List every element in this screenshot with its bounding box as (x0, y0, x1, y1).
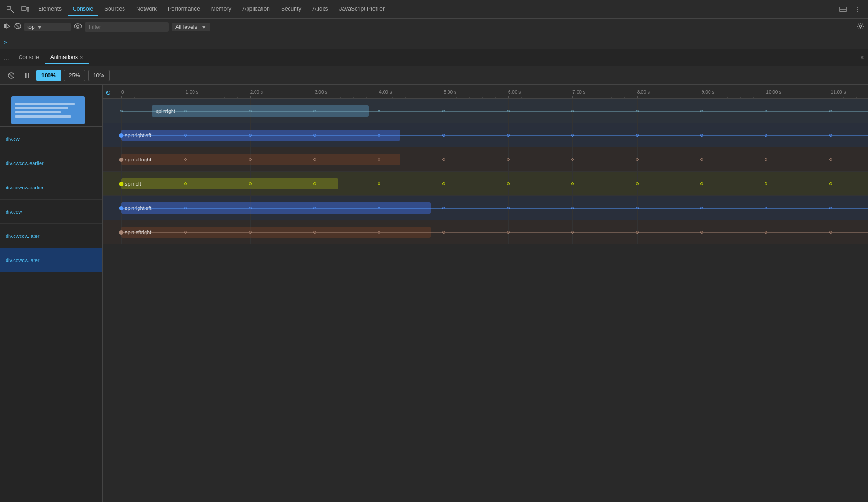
inspect-element-icon[interactable] (4, 3, 17, 16)
ruler-minor-tick (134, 97, 135, 98)
pause-animations-btn[interactable] (21, 69, 34, 82)
anim-label-text: div.ccwcw.earlier (6, 185, 44, 190)
playhead-icon[interactable]: ↻ (105, 89, 111, 97)
anim-dot (442, 182, 445, 185)
ruler-minor-tick (805, 97, 805, 98)
ruler-minor-tick (560, 97, 560, 98)
anim-dot (507, 182, 510, 185)
ruler-minor-tick (482, 97, 483, 98)
speed-100-btn[interactable]: 100% (36, 70, 61, 81)
svg-rect-2 (21, 7, 26, 10)
create-livesession-icon[interactable] (4, 22, 11, 31)
levels-value: All levels (175, 24, 197, 30)
anim-dot (700, 182, 703, 185)
anim-dot (378, 207, 380, 209)
close-animations-tab[interactable]: × (80, 55, 83, 60)
svg-point-12 (860, 25, 862, 28)
ruler-tick-2: 2.00 s (250, 90, 263, 98)
anim-dot (829, 134, 832, 137)
ruler-minor-tick (212, 97, 212, 98)
tab-memory[interactable]: Memory (207, 3, 236, 16)
anim-dot (442, 134, 445, 137)
svg-line-9 (15, 24, 20, 28)
device-toolbar-icon[interactable] (19, 3, 32, 16)
close-drawer-btn[interactable]: × (860, 54, 864, 62)
ruler-minor-tick (237, 97, 238, 98)
ruler-minor-tick (586, 97, 586, 98)
anim-dot (184, 231, 187, 234)
svg-point-10 (74, 24, 82, 28)
track-line-1 (121, 135, 868, 136)
filter-input[interactable] (85, 22, 169, 32)
tab-performance[interactable]: Performance (163, 3, 205, 16)
anim-dot (636, 231, 639, 234)
anim-dot (442, 207, 445, 209)
speed-10-btn[interactable]: 10% (88, 70, 110, 81)
settings-icon[interactable] (857, 22, 864, 31)
tab-js-profiler[interactable]: JavaScript Profiler (335, 3, 389, 16)
tab-network[interactable]: Network (131, 3, 161, 16)
eye-icon[interactable] (74, 23, 82, 30)
anim-left-panel: div.cwdiv.cwccw.earlierdiv.ccwcw.earlier… (0, 85, 103, 502)
levels-dropdown-icon: ▼ (201, 24, 207, 30)
anim-dot (829, 207, 832, 209)
anim-dot (184, 182, 187, 185)
anim-track-row-2: spinleftright (103, 147, 868, 172)
clear-animations-btn[interactable] (5, 69, 18, 82)
anim-dot (249, 231, 252, 234)
anim-dot (829, 182, 832, 185)
more-panels-btn[interactable]: ... (4, 54, 9, 62)
anim-label-5: div.ccwcw.later (0, 248, 102, 272)
levels-selector[interactable]: All levels ▼ (172, 23, 210, 31)
anim-dot (442, 110, 445, 112)
anim-dot (636, 182, 639, 185)
tab-console[interactable]: Console (68, 3, 98, 16)
tab-sources[interactable]: Sources (100, 3, 130, 16)
ruler-minor-tick (199, 97, 199, 98)
ruler-minor-tick (624, 97, 625, 98)
ruler-tick-9: 9.00 s (702, 90, 714, 98)
ruler-minor-tick (753, 97, 754, 98)
anim-dot (636, 110, 639, 112)
anim-track-row-4: spinrightleft (103, 196, 868, 220)
tab-elements[interactable]: Elements (34, 3, 66, 16)
more-options-icon[interactable]: ⋮ (851, 3, 864, 16)
anim-dot (571, 134, 574, 137)
anim-dot (313, 182, 316, 185)
anim-dot (184, 158, 187, 161)
track-line-0 (121, 111, 868, 112)
anim-dot (119, 206, 124, 210)
preview-line-3 (15, 111, 61, 113)
svg-rect-4 (840, 7, 846, 12)
anim-body: div.cwdiv.cwccw.earlierdiv.ccwcw.earlier… (0, 85, 868, 502)
ruler-minor-tick (405, 97, 406, 98)
ruler-tick-5: 5.00 s (444, 90, 456, 98)
context-selector[interactable]: top ▼ (24, 23, 71, 31)
speed-25-btn[interactable]: 25% (64, 70, 85, 81)
ruler-tick-3: 3.00 s (315, 90, 327, 98)
ruler-minor-tick (366, 97, 367, 98)
ruler-tick-8: 8.00 s (637, 90, 650, 98)
anim-timeline-scroll[interactable]: ↻ 01.00 s2.00 s3.00 s4.00 s5.00 s6.00 s7… (103, 85, 868, 502)
anim-label-text: div.cwccw.later (6, 233, 40, 239)
tab-application[interactable]: Application (238, 3, 275, 16)
anim-dot (378, 134, 380, 137)
clear-console-icon[interactable] (14, 22, 21, 31)
anim-dot (442, 231, 445, 234)
anim-dot (184, 110, 187, 112)
anim-dot (507, 134, 510, 137)
svg-rect-3 (27, 7, 29, 11)
ruler-minor-tick (392, 97, 393, 98)
anim-dot (249, 158, 252, 161)
tab-console-panel[interactable]: Console (13, 51, 45, 64)
tab-audits[interactable]: Audits (308, 3, 332, 16)
ruler-minor-tick (818, 97, 818, 98)
svg-line-1 (11, 10, 14, 13)
dock-icon[interactable] (836, 3, 849, 16)
devtools-top-nav: Elements Console Sources Network Perform… (0, 0, 868, 19)
tab-animations-panel[interactable]: Animations × (45, 51, 89, 64)
ruler-minor-tick (263, 97, 263, 98)
anim-track-row-5: spinleftright (103, 220, 868, 244)
anim-tracks: spinrightspinrightleftspinleftrightspinl… (103, 99, 868, 244)
tab-security[interactable]: Security (276, 3, 306, 16)
